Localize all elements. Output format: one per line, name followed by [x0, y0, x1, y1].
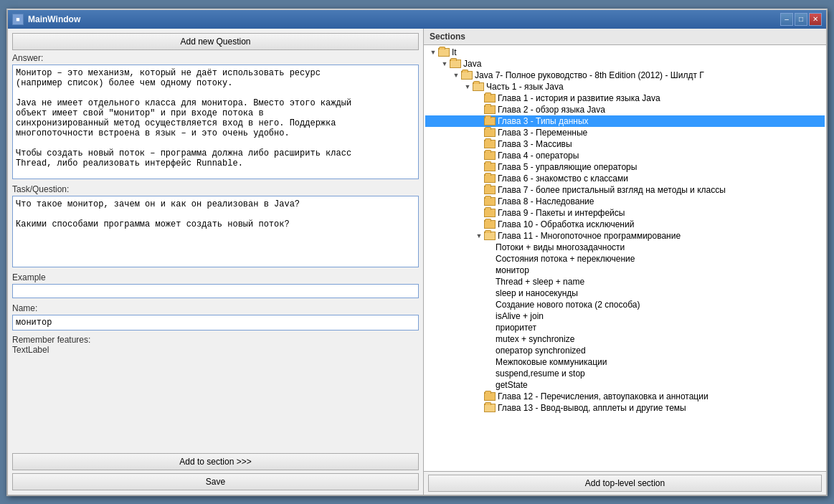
- leaf-label-l4: Thread + sleep + name: [496, 277, 584, 287]
- tree-toggle-ch3t[interactable]: [474, 116, 484, 126]
- leaf-item-l9[interactable]: mutex + synchronize: [425, 333, 825, 345]
- left-panel: Add new Question Answer: Task/Question: …: [8, 29, 424, 495]
- tree-toggle-ch2[interactable]: [474, 105, 484, 115]
- answer-section: Answer:: [12, 53, 419, 181]
- add-top-level-button[interactable]: Add top-level section: [428, 475, 822, 492]
- add-to-section-button[interactable]: Add to section >>>: [12, 453, 419, 470]
- sections-header: Sections: [424, 29, 826, 45]
- folder-icon-ch5: [484, 163, 496, 171]
- tree-toggle-java7[interactable]: ▼: [451, 70, 461, 80]
- tree-toggle-it[interactable]: ▼: [428, 47, 438, 57]
- tree-node-ch6[interactable]: Глава 6 - знакомство с классами: [425, 173, 825, 184]
- folder-icon-java: [450, 60, 461, 68]
- leaf-label-l12: suspend,resume и stop: [496, 369, 585, 379]
- tree-node-ch7[interactable]: Глава 7 - более пристальный взгляд на ме…: [425, 184, 825, 196]
- tree-node-ch5[interactable]: Глава 5 - управляющие операторы: [425, 161, 825, 173]
- right-panel: Sections ▼It▼Java▼Java 7- Полное руковод…: [424, 29, 826, 495]
- folder-icon-ch2: [484, 105, 496, 114]
- leaf-item-l2[interactable]: Состояния потока + переключение: [425, 253, 825, 265]
- tree-node-ch3m[interactable]: Глава 3 - Массивы: [425, 138, 825, 150]
- tree-toggle-ch13[interactable]: [474, 403, 484, 413]
- name-label: Name:: [12, 303, 419, 313]
- name-input[interactable]: [12, 315, 419, 331]
- tree-node-ch3t[interactable]: Глава 3 - Типы данных: [425, 115, 825, 127]
- sections-tree[interactable]: ▼It▼Java▼Java 7- Полное руководство - 8t…: [424, 45, 826, 471]
- node-label-ch6: Глава 6 - знакомство с классами: [498, 173, 628, 184]
- tree-toggle-ch10[interactable]: [474, 219, 484, 229]
- remember-section: Remember features: TextLabel: [12, 333, 419, 355]
- leaf-item-l7[interactable]: isAlive + join: [425, 310, 825, 322]
- tree-node-ch13[interactable]: Глава 13 - Ввод-вывод, апплеты и другие …: [425, 402, 825, 414]
- tree-toggle-ch9[interactable]: [474, 208, 484, 218]
- leaf-item-l5[interactable]: sleep и наносекунды: [425, 287, 825, 299]
- leaf-item-l8[interactable]: приоритет: [425, 322, 825, 333]
- leaf-label-l5: sleep и наносекунды: [496, 288, 578, 298]
- example-textarea[interactable]: [12, 284, 419, 298]
- tree-toggle-java[interactable]: ▼: [440, 59, 450, 69]
- folder-icon-ch8: [484, 197, 496, 206]
- tree-toggle-ch3m[interactable]: [474, 139, 484, 149]
- node-label-ch1: Глава 1 - история и развитие языка Java: [498, 93, 660, 103]
- tree-toggle-ch1[interactable]: [474, 93, 484, 103]
- leaf-item-l13[interactable]: getState: [425, 379, 825, 391]
- tree-toggle-ch4[interactable]: [474, 151, 484, 161]
- minimize-button[interactable]: –: [780, 13, 793, 26]
- tree-node-ch11[interactable]: ▼Глава 11 - Многопоточное программирован…: [425, 230, 825, 242]
- node-label-ch3t: Глава 3 - Типы данных: [498, 116, 589, 126]
- node-label-ch5: Глава 5 - управляющие операторы: [498, 162, 637, 172]
- tree-node-ch8[interactable]: Глава 8 - Наследование: [425, 196, 825, 207]
- tree-node-ch4[interactable]: Глава 4 - операторы: [425, 150, 825, 161]
- tree-toggle-ch3p[interactable]: [474, 128, 484, 138]
- example-label: Example: [12, 272, 419, 282]
- tree-node-ch1[interactable]: Глава 1 - история и развитие языка Java: [425, 92, 825, 104]
- tree-toggle-ch12[interactable]: [474, 391, 484, 401]
- node-label-ch8: Глава 8 - Наследование: [498, 196, 594, 206]
- tree-toggle-ch5[interactable]: [474, 162, 484, 172]
- tree-toggle-ch7[interactable]: [474, 185, 484, 195]
- leaf-item-l1[interactable]: Потоки + виды многозадачности: [425, 242, 825, 253]
- tree-node-java7[interactable]: ▼Java 7- Полное руководство - 8th Editio…: [425, 70, 825, 81]
- maximize-button[interactable]: □: [795, 13, 807, 26]
- tree-toggle-ch11[interactable]: ▼: [474, 231, 484, 241]
- leaf-label-l1: Потоки + виды многозадачности: [496, 242, 625, 252]
- tree-node-ch3p[interactable]: Глава 3 - Переменные: [425, 127, 825, 138]
- leaf-item-l6[interactable]: Создание нового потока (2 способа): [425, 299, 825, 310]
- save-button[interactable]: Save: [12, 473, 419, 490]
- node-label-ch11: Глава 11 - Многопоточное программировани…: [498, 231, 681, 241]
- tree-node-ch12[interactable]: Глава 12 - Перечисления, автоупаковка и …: [425, 391, 825, 402]
- task-section: Task/Question:: [12, 184, 419, 270]
- title-bar: ■ MainWindow – □ ✕: [8, 10, 826, 29]
- answer-textarea[interactable]: [12, 65, 419, 179]
- leaf-item-l11[interactable]: Межпоковые коммуникации: [425, 356, 825, 368]
- close-button[interactable]: ✕: [809, 13, 822, 26]
- tree-node-ch10[interactable]: Глава 10 - Обработка исключений: [425, 219, 825, 230]
- node-label-part1: Часть 1 - язык Java: [486, 82, 564, 92]
- node-label-ch2: Глава 2 - обзор языка Java: [498, 105, 605, 115]
- right-bottom: Add top-level section: [424, 471, 826, 495]
- tree-node-java[interactable]: ▼Java: [425, 58, 825, 70]
- remember-label: Remember features:: [12, 335, 419, 345]
- tree-node-ch2[interactable]: Глава 2 - обзор языка Java: [425, 104, 825, 115]
- tree-toggle-ch6[interactable]: [474, 173, 484, 184]
- add-question-button[interactable]: Add new Question: [12, 33, 419, 50]
- leaf-item-l12[interactable]: suspend,resume и stop: [425, 368, 825, 379]
- task-textarea[interactable]: [12, 196, 419, 267]
- tree-node-it[interactable]: ▼It: [425, 47, 825, 58]
- example-section: Example: [12, 272, 419, 300]
- node-label-ch3m: Глава 3 - Массивы: [498, 139, 572, 149]
- leaf-item-l10[interactable]: оператор synchronized: [425, 345, 825, 356]
- folder-icon-part1: [473, 82, 484, 91]
- folder-icon-ch3p: [484, 128, 496, 137]
- leaf-label-l10: оператор synchronized: [496, 346, 586, 356]
- tree-node-ch9[interactable]: Глава 9 - Пакеты и интерфейсы: [425, 207, 825, 219]
- window-controls: – □ ✕: [780, 13, 822, 26]
- tree-node-part1[interactable]: ▼Часть 1 - язык Java: [425, 81, 825, 92]
- folder-icon-ch6: [484, 174, 496, 183]
- leaf-item-l4[interactable]: Thread + sleep + name: [425, 276, 825, 287]
- leaf-label-l9: mutex + synchronize: [496, 334, 574, 344]
- folder-icon-ch7: [484, 186, 496, 194]
- tree-toggle-part1[interactable]: ▼: [463, 82, 473, 92]
- tree-toggle-ch8[interactable]: [474, 196, 484, 206]
- leaf-item-l3[interactable]: монитор: [425, 265, 825, 276]
- content-area: Add new Question Answer: Task/Question: …: [8, 29, 826, 495]
